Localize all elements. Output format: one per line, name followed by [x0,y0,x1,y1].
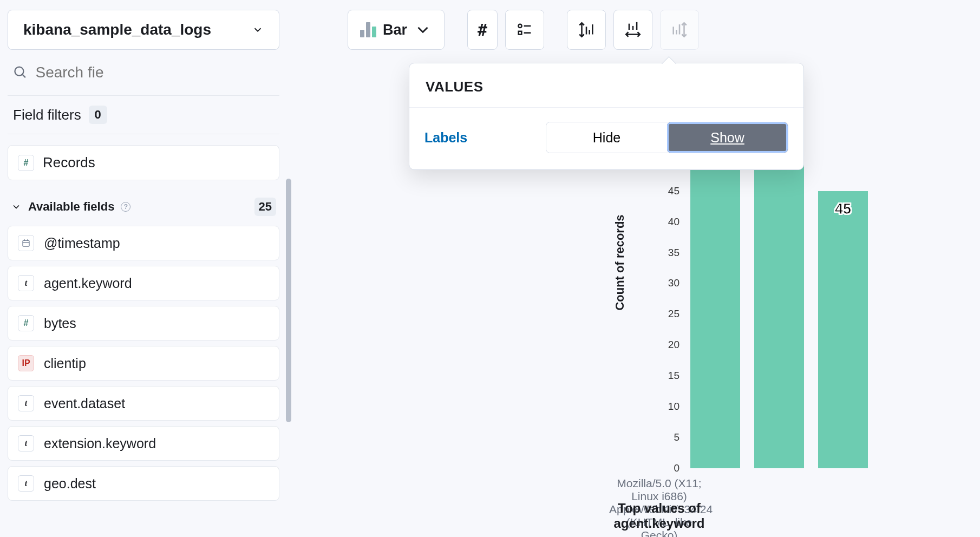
svg-rect-2 [23,240,29,246]
date-type-icon [18,235,34,251]
chart-x-axis-label: Top values of agent.keyword [609,501,709,531]
records-label: Records [43,154,95,171]
available-fields-label: Available fields [28,200,114,214]
info-icon[interactable]: ? [121,202,130,212]
values-toolbar-button[interactable]: # [467,10,498,50]
available-fields-header[interactable]: Available fields ? 25 [8,198,279,216]
hash-icon: # [478,21,487,40]
index-pattern-label: kibana_sample_data_logs [23,21,211,38]
chart-toolbar: Bar # [287,10,980,50]
legend-icon [515,21,534,39]
svg-point-0 [15,67,23,76]
chevron-down-icon [11,201,22,212]
field-filters-label: Field filters [13,107,81,123]
chart-bar[interactable]: 45 [818,191,868,468]
field-item-label: event.dataset [44,396,125,411]
axis-bottom-icon [624,21,642,39]
field-item[interactable]: tagent.keyword [8,266,279,300]
fields-sidebar: kibana_sample_data_logs Field filters 0 … [0,0,287,537]
available-fields-count-badge: 25 [254,198,276,216]
y-tick: 40 [668,216,680,228]
field-item[interactable]: tgeo.dest [8,466,279,501]
left-axis-button[interactable] [567,10,606,50]
chevron-down-icon [252,24,264,36]
field-filters-count-badge: 0 [89,106,107,124]
hide-labels-button[interactable]: Hide [546,122,667,153]
index-pattern-selector[interactable]: kibana_sample_data_logs [8,10,279,50]
values-popover-title: VALUES [409,63,803,108]
fields-search-row [8,64,279,81]
bottom-axis-button[interactable] [613,10,652,50]
values-popover: VALUES Labels Hide Show [409,63,804,170]
svg-rect-8 [519,31,522,35]
svg-point-6 [518,24,521,28]
y-tick: 0 [674,462,680,474]
show-labels-button[interactable]: Show [667,122,788,153]
chart-type-label: Bar [383,22,407,38]
number-type-icon: # [18,155,34,171]
field-item[interactable]: @timestamp [8,226,279,260]
text-type-icon: t [18,475,34,492]
text-type-icon: t [18,275,34,291]
bar-chart-icon [360,22,376,37]
field-item-label: bytes [44,316,76,331]
y-tick: 25 [668,308,680,320]
chevron-down-icon [414,21,432,39]
y-tick: 45 [668,185,680,197]
field-item-label: extension.keyword [44,436,156,451]
bar-value-label: 45 [835,201,851,218]
labels-link[interactable]: Labels [424,130,467,146]
available-fields-list: @timestamptagent.keyword#bytesIPclientip… [8,226,279,501]
y-tick: 30 [668,277,680,289]
visualization-panel: Bar # [287,0,980,537]
y-tick: 35 [668,247,680,259]
svg-line-1 [22,74,25,77]
fields-search-input[interactable] [35,64,279,81]
field-item-label: geo.dest [44,476,96,492]
y-tick: 15 [668,370,680,382]
y-tick: 20 [668,339,680,351]
text-type-icon: t [18,435,34,451]
field-item[interactable]: IPclientip [8,346,279,381]
text-type-icon: t [18,395,34,411]
right-axis-button[interactable] [660,10,699,50]
ip-type-icon: IP [18,355,34,371]
field-item[interactable]: tevent.dataset [8,386,279,421]
y-tick: 5 [674,431,680,443]
field-item-label: @timestamp [44,235,120,251]
field-item-label: agent.keyword [44,276,132,291]
search-icon [13,64,28,81]
axis-left-icon [577,21,596,39]
legend-toolbar-button[interactable] [505,10,544,50]
field-filters-row[interactable]: Field filters 0 [8,95,279,134]
y-tick: 10 [668,401,680,412]
chart-y-axis-label: Count of records [613,214,627,310]
field-item-label: clientip [44,356,86,371]
number-type-icon: # [18,315,34,331]
records-item[interactable]: # Records [8,145,279,180]
field-item[interactable]: #bytes [8,306,279,340]
axis-right-icon [670,21,689,39]
chart-type-selector[interactable]: Bar [348,10,445,50]
labels-visibility-toggle: Hide Show [546,122,788,153]
field-item[interactable]: textension.keyword [8,426,279,461]
